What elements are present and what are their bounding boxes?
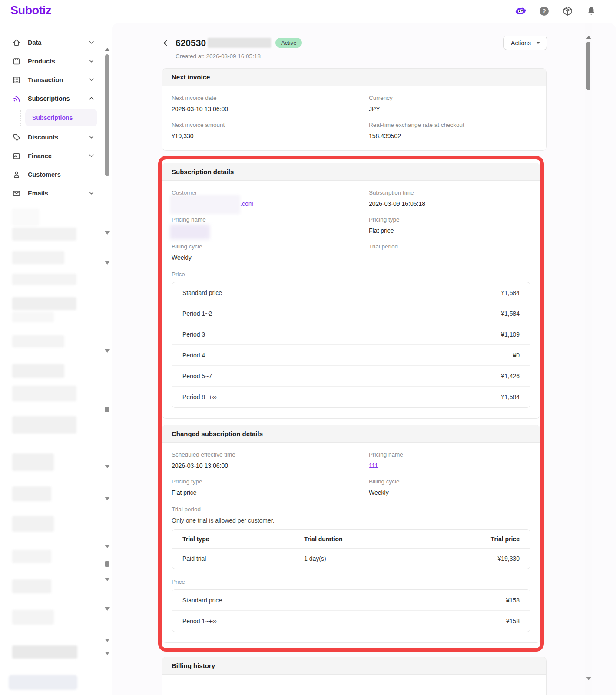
tag-icon <box>12 132 21 142</box>
price-row-value: ¥1,584 <box>501 289 520 296</box>
price-label: Price <box>172 579 530 585</box>
field-billing-cycle: Billing cycle Weekly <box>172 243 358 261</box>
changed-subscription-header: Changed subscription details <box>162 425 540 443</box>
sidebar-item-transaction[interactable]: Transaction <box>0 70 101 89</box>
changed-subscription-body: Scheduled effective time 2026-03-10 13:0… <box>162 443 540 642</box>
field-subscription-time: Subscription time 2026-03-09 16:05:18 <box>369 189 530 208</box>
sidebar-item-data[interactable]: Data <box>0 33 101 52</box>
field-value: Flat price <box>369 227 530 235</box>
billing-history-card: Billing history <box>162 657 547 695</box>
sidebar-item-discounts[interactable]: Discounts <box>0 128 101 146</box>
sidebar-item-subscriptions[interactable]: Subscriptions <box>0 89 101 108</box>
field-customer: Customer .com <box>172 189 358 208</box>
redacted-block <box>12 208 39 226</box>
price-row: Standard price ¥158 <box>172 590 530 611</box>
field-label: Pricing type <box>172 478 358 485</box>
sidebar-item-label: Subscriptions <box>28 95 70 102</box>
redacted-block <box>12 251 64 264</box>
field-scheduled-effective-time: Scheduled effective time 2026-03-10 13:0… <box>172 451 358 470</box>
scroll-marker <box>105 349 110 353</box>
price-row: Standard price ¥1,584 <box>172 282 530 303</box>
sidebar-scrollbar <box>103 45 111 695</box>
field-label: Next invoice date <box>172 95 358 102</box>
assistant-bot-icon[interactable] <box>515 5 527 17</box>
field-label: Next invoice amount <box>172 122 358 129</box>
created-at-text: Created at: 2026-03-09 16:05:18 <box>176 53 547 60</box>
redacted-block <box>12 364 64 378</box>
changed-subscription-card: Changed subscription details Scheduled e… <box>162 425 540 643</box>
sidebar-item-customers[interactable]: Customers <box>0 165 101 184</box>
back-arrow-icon[interactable] <box>162 38 172 48</box>
price-row-label: Period 1~2 <box>182 310 212 317</box>
redacted-block <box>12 416 76 434</box>
sidebar-item-products[interactable]: Products <box>0 52 101 70</box>
field-next-invoice-amount: Next invoice amount ¥19,330 <box>172 122 358 140</box>
scroll-marker <box>105 578 110 581</box>
section-title: Subscription details <box>172 168 234 175</box>
price-row-label: Period 1~+∞ <box>182 618 216 625</box>
chevron-down-icon <box>536 42 540 44</box>
scrollbar-thumb[interactable] <box>105 54 109 176</box>
trial-price-header: Trial price <box>450 536 520 543</box>
actions-button[interactable]: Actions <box>503 36 547 50</box>
chevron-down-icon <box>89 136 94 139</box>
chevron-down-icon <box>89 192 94 195</box>
sidebar-subitem-subscriptions[interactable]: Subscriptions <box>25 109 97 126</box>
trial-note: Only one trial is allowed per customer. <box>172 517 530 524</box>
field-label: Billing cycle <box>172 243 358 250</box>
field-value: 2026-03-09 16:05:18 <box>369 200 530 208</box>
billing-history-body <box>162 675 546 695</box>
subscription-details-header: Subscription details <box>162 163 540 181</box>
scroll-marker <box>105 607 110 611</box>
next-invoice-header: Next invoice <box>162 69 546 86</box>
app-logo[interactable]: Subotiz <box>10 4 51 17</box>
price-row-label: Standard price <box>182 289 222 296</box>
wallet-icon <box>12 151 21 160</box>
trial-table-header: Trial type Trial duration Trial price <box>172 530 530 549</box>
chevron-down-icon <box>89 60 94 63</box>
price-row: Period 8~+∞ ¥1,584 <box>172 387 530 407</box>
field-trial-period: Trial period - <box>369 243 530 261</box>
redacted-block <box>12 386 76 401</box>
field-pricing-type: Pricing type Flat price <box>172 478 358 496</box>
main-content: 620530 Active Actions Created at: 2026-0… <box>158 26 547 695</box>
sidebar-item-emails[interactable]: Emails <box>0 184 101 202</box>
field-label: Real-time exchange rate at checkout <box>369 122 537 129</box>
redacted-block <box>12 297 76 310</box>
bell-icon[interactable] <box>585 5 597 17</box>
field-pricing-name: Pricing name <box>172 216 358 235</box>
price-row: Period 4 ¥0 <box>172 345 530 366</box>
scroll-marker <box>105 561 109 567</box>
sidebar-item-label: Customers <box>28 171 61 178</box>
scrollbar-thumb[interactable] <box>586 42 590 90</box>
scrollbar-up-arrow[interactable] <box>586 36 591 39</box>
customer-email-link[interactable]: .com <box>240 200 253 207</box>
redacted-block <box>12 228 76 241</box>
redacted-block <box>12 579 51 593</box>
price-row-label: Standard price <box>182 597 222 604</box>
scrollbar-down-arrow[interactable] <box>586 677 591 680</box>
field-label: Billing cycle <box>369 478 530 485</box>
sidebar: Data Products <box>0 23 101 695</box>
section-title: Changed subscription details <box>172 430 263 437</box>
sidebar-item-label: Emails <box>28 190 48 197</box>
scroll-marker <box>105 497 110 500</box>
trial-duration-header: Trial duration <box>304 536 450 543</box>
price-row-value: ¥158 <box>506 618 520 625</box>
price-row-label: Period 8~+∞ <box>182 394 216 400</box>
main-scrollbar <box>585 23 592 695</box>
help-icon[interactable]: ? <box>538 5 550 17</box>
price-row-value: ¥1,584 <box>501 394 520 400</box>
price-row-value: ¥1,109 <box>501 331 520 338</box>
sidebar-item-finance[interactable]: Finance <box>0 146 101 165</box>
price-row: Period 5~7 ¥1,426 <box>172 366 530 387</box>
field-label: Currency <box>369 95 537 102</box>
trial-period-label: Trial period <box>172 506 530 513</box>
scrollbar-up-arrow[interactable] <box>105 48 110 51</box>
package-icon[interactable] <box>562 5 573 17</box>
pricing-name-link[interactable]: 111 <box>369 462 378 469</box>
price-label: Price <box>172 271 530 278</box>
field-currency: Currency JPY <box>369 95 537 113</box>
redacted-block <box>12 453 54 471</box>
page-header: 620530 Active Actions <box>162 36 547 50</box>
